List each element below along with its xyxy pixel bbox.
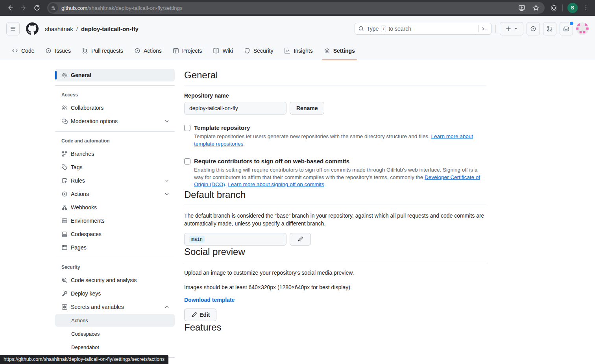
repo-name-input[interactable] [184, 102, 286, 115]
sidebar-item-collaborators[interactable]: Collaborators [55, 102, 175, 114]
extensions-puzzle-icon[interactable] [550, 4, 558, 12]
tab-actions[interactable]: Actions [129, 42, 167, 60]
settings-layout: GeneralAccessCollaboratorsModeration opt… [0, 60, 595, 364]
browser-forward-button[interactable] [17, 2, 30, 14]
repo-name-label: Repository name [184, 92, 486, 99]
slash-key-hint: / [381, 26, 386, 32]
default-branch-title: Default branch [184, 188, 486, 201]
pencil-icon [191, 312, 197, 318]
rename-button[interactable]: Rename [290, 102, 324, 115]
sidebar-item-environments[interactable]: Environments [55, 214, 175, 227]
sidebar-item-label: Actions [71, 191, 161, 197]
codespaces-icon [61, 231, 68, 237]
rules-icon [61, 177, 68, 184]
inline-link[interactable]: Learn more about signing off on commits [228, 181, 324, 187]
tab-label: Issues [55, 48, 70, 54]
default-branch-field[interactable]: main [184, 233, 286, 246]
issues-button[interactable] [527, 22, 540, 35]
features-title: Features [184, 321, 486, 333]
general-options: Template repositoryTemplate repositories… [184, 124, 486, 188]
sidebar-item-actions[interactable]: Actions [55, 188, 175, 200]
tab-code[interactable]: Code [6, 42, 40, 60]
tab-settings[interactable]: Settings [318, 42, 360, 60]
github-logo[interactable] [26, 22, 39, 35]
tab-security[interactable]: Security [238, 42, 279, 60]
key-icon [61, 290, 68, 297]
browser-reload-button[interactable] [31, 2, 43, 14]
tab-insights[interactable]: Insights [279, 42, 318, 60]
sidebar-item-label: Webhooks [71, 204, 170, 211]
tab-pull-requests[interactable]: Pull requests [76, 42, 129, 60]
browser-back-button[interactable] [4, 2, 17, 14]
sidebar-item-label: Branches [71, 151, 170, 157]
site-settings-icon[interactable] [48, 3, 58, 13]
sidebar-subitem-actions[interactable]: Actions [55, 314, 175, 327]
sidebar-item-moderation-options[interactable]: Moderation options [55, 115, 175, 127]
checkbox-require-contributors-to-sign-off-on-web-based-commits[interactable] [184, 158, 190, 164]
bookmark-star-icon[interactable] [532, 4, 540, 12]
sidebar-item-webhooks[interactable]: Webhooks [55, 201, 175, 214]
global-nav-menu-button[interactable] [6, 22, 20, 35]
git-branch-icon [61, 151, 68, 157]
status-bar-url: https://github.com/shashitnak/deploy-tai… [0, 355, 168, 364]
search-divider [478, 25, 479, 32]
description-text: Template repositories let users generate… [194, 133, 431, 139]
sidebar-item-rules[interactable]: Rules [55, 174, 175, 187]
sidebar-item-label: Secrets and variables [71, 304, 161, 310]
address-bar[interactable]: github.com/shashitnak/deploy-tailcall-on… [47, 2, 545, 14]
sidebar-item-secrets-and-variables[interactable]: Secrets and variables [55, 301, 175, 313]
tab-wiki[interactable]: Wiki [207, 42, 238, 60]
sidebar-subitem-dependabot[interactable]: Dependabot [55, 341, 175, 353]
breadcrumb-owner[interactable]: shashitnak [45, 26, 73, 32]
branch-name-chip: main [189, 236, 205, 243]
sidebar-item-tags[interactable]: Tags [55, 161, 175, 174]
browser-menu-icon[interactable] [582, 4, 589, 11]
create-new-button[interactable] [500, 22, 523, 35]
header-divider [495, 25, 496, 33]
command-palette-icon[interactable] [482, 26, 488, 32]
sidebar-item-pages[interactable]: Pages [55, 241, 175, 254]
chevron-down-icon [164, 118, 170, 124]
description-text: . [324, 181, 326, 187]
sidebar-item-deploy-keys[interactable]: Deploy keys [55, 287, 175, 300]
browser-window-icon [61, 244, 68, 251]
sidebar-item-codespaces[interactable]: Codespaces [55, 228, 175, 240]
caret-down-icon [514, 26, 518, 31]
section-divider [184, 262, 486, 262]
pull-requests-button[interactable] [543, 22, 556, 35]
edit-social-preview-button[interactable]: Edit [184, 309, 216, 321]
download-template-link[interactable]: Download template [184, 297, 235, 303]
social-preview-size-hint: Images should be at least 640×320px (128… [184, 283, 486, 291]
search-icon [358, 26, 364, 32]
tag-icon [61, 164, 68, 170]
breadcrumb-repo[interactable]: deploy-tailcall-on-fly [81, 26, 139, 32]
tab-issues[interactable]: Issues [40, 42, 76, 60]
chevron-down-icon [164, 191, 170, 197]
social-preview-description: Upload an image to customize your reposi… [184, 269, 486, 277]
sidebar-subitem-label: Actions [71, 318, 170, 323]
user-avatar[interactable] [576, 22, 589, 35]
toolbar-divider [562, 4, 563, 11]
sidebar-section-access: Access [55, 90, 175, 102]
sidebar-subitem-label: Codespaces [71, 331, 170, 337]
play-icon [134, 48, 140, 54]
tab-label: Wiki [222, 48, 233, 54]
sidebar-subitem-codespaces[interactable]: Codespaces [55, 327, 175, 340]
play-icon [61, 191, 68, 197]
breadcrumb-separator: / [76, 26, 78, 32]
page-title: General [184, 69, 486, 81]
sidebar-item-code-security-and-analysis[interactable]: Code security and analysis [55, 274, 175, 286]
search-input[interactable]: Type / to search [355, 23, 492, 35]
sidebar-item-label: Code security and analysis [71, 277, 170, 283]
tab-label: Actions [144, 48, 162, 54]
sidebar-section-security: Security [55, 262, 175, 274]
edit-branch-button[interactable] [290, 233, 311, 246]
sidebar-item-branches[interactable]: Branches [55, 148, 175, 160]
browser-profile-avatar[interactable]: S [567, 3, 578, 13]
install-app-icon[interactable] [518, 4, 526, 12]
shield-icon [244, 48, 250, 54]
tab-projects[interactable]: Projects [167, 42, 208, 60]
sidebar-item-general[interactable]: General [55, 69, 175, 81]
checkbox-template-repository[interactable] [184, 125, 190, 131]
key-asterisk-icon [61, 304, 68, 310]
